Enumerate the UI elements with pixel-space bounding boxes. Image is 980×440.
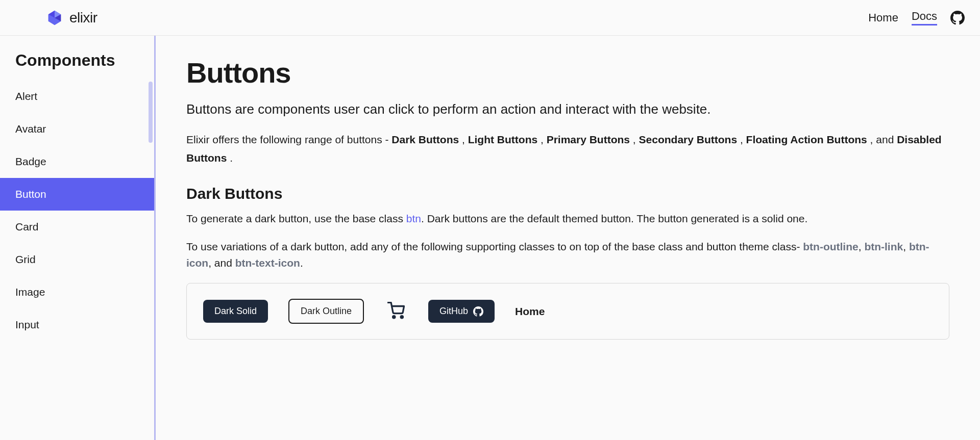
dark-solid-button[interactable]: Dark Solid <box>203 300 268 323</box>
sidebar: Components AlertAvatarBadgeButtonCardGri… <box>0 36 156 440</box>
sidebar-item-avatar[interactable]: Avatar <box>0 113 154 145</box>
dark-link-button[interactable]: Home <box>515 305 545 318</box>
sidebar-item-alert[interactable]: Alert <box>0 80 154 113</box>
nav-docs[interactable]: Docs <box>912 10 937 25</box>
dark-icon-button[interactable] <box>384 299 408 324</box>
sidebar-item-image[interactable]: Image <box>0 276 154 308</box>
class-btn: btn <box>406 213 421 224</box>
dark-buttons-title: Dark Buttons <box>186 185 949 202</box>
cart-icon <box>387 302 405 319</box>
nav-home[interactable]: Home <box>868 11 898 24</box>
svg-point-6 <box>401 316 403 318</box>
button-type: Dark Buttons <box>391 134 462 145</box>
scrollbar-thumb[interactable] <box>149 82 153 143</box>
page-title: Buttons <box>186 56 949 89</box>
dark-p2: To use variations of a dark button, add … <box>186 239 949 272</box>
sidebar-item-button[interactable]: Button <box>0 178 154 211</box>
layout: Components AlertAvatarBadgeButtonCardGri… <box>0 36 980 440</box>
sidebar-item-input[interactable]: Input <box>0 308 154 341</box>
button-types-line: Elixir offers the following range of but… <box>186 131 949 167</box>
button-type: Primary Buttons <box>547 134 633 145</box>
nav: Home Docs <box>868 10 965 25</box>
dark-outline-button[interactable]: Dark Outline <box>288 299 364 324</box>
svg-point-5 <box>393 316 395 318</box>
button-type: Light Buttons <box>468 134 541 145</box>
variation-class: btn-link <box>864 241 903 252</box>
variation-class: btn-outline <box>803 241 858 252</box>
dark-demo-box: Dark Solid Dark Outline GitHub Home <box>186 283 949 340</box>
logo[interactable]: elixir <box>46 9 97 27</box>
page-intro: Buttons are components user can click to… <box>186 101 949 117</box>
logo-icon <box>46 9 63 27</box>
github-icon <box>473 306 483 317</box>
main-content: Buttons Buttons are components user can … <box>156 36 980 440</box>
button-type: Secondary Buttons <box>639 134 740 145</box>
sidebar-item-card[interactable]: Card <box>0 211 154 243</box>
variation-class: btn-text-icon <box>235 257 300 269</box>
header: elixir Home Docs <box>0 0 980 36</box>
sidebar-item-grid[interactable]: Grid <box>0 243 154 276</box>
dark-p1: To generate a dark button, use the base … <box>186 211 949 227</box>
sidebar-item-badge[interactable]: Badge <box>0 145 154 178</box>
sidebar-title: Components <box>0 46 154 80</box>
dark-text-icon-button[interactable]: GitHub <box>428 300 495 323</box>
logo-text: elixir <box>69 10 97 26</box>
button-type: Floating Action Buttons <box>746 134 870 145</box>
github-icon[interactable] <box>950 11 965 25</box>
